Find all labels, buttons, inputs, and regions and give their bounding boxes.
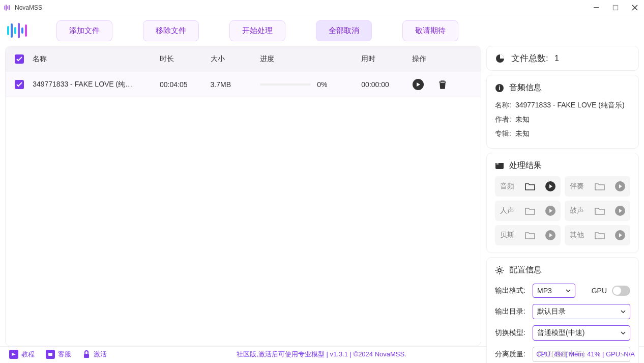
results-icon bbox=[495, 161, 504, 171]
svg-rect-13 bbox=[84, 354, 89, 358]
side-panel: 文件总数: 1 i 音频信息 名称:349771833 - FAKE LOVE … bbox=[486, 46, 639, 346]
row-progress: 0% bbox=[260, 80, 361, 89]
output-dir-label: 输出目录: bbox=[495, 307, 528, 316]
config-card: 配置信息 输出格式: MP3 GPU 输出目录: 默认目录 切换模型: 普通模型… bbox=[486, 257, 639, 363]
remove-files-button[interactable]: 移除文件 bbox=[143, 20, 199, 41]
name-value: 349771833 - FAKE LOVE (纯音乐) bbox=[515, 101, 625, 110]
folder-icon[interactable] bbox=[525, 207, 535, 215]
progress-percent: 0% bbox=[317, 80, 327, 89]
row-duration: 00:04:05 bbox=[160, 80, 211, 89]
audio-info-title: 音频信息 bbox=[509, 82, 542, 93]
minimize-button[interactable] bbox=[591, 3, 601, 13]
window-controls bbox=[591, 3, 640, 13]
play-result-button[interactable] bbox=[545, 181, 555, 191]
pie-icon bbox=[495, 53, 505, 64]
tutorial-icon bbox=[9, 350, 18, 359]
author-label: 作者: bbox=[495, 115, 511, 124]
header-size: 大小 bbox=[211, 54, 260, 64]
table-row[interactable]: 349771833 - FAKE LOVE (纯… 00:04:05 3.7MB… bbox=[6, 72, 481, 97]
lock-icon bbox=[82, 350, 91, 359]
author-value: 未知 bbox=[515, 115, 530, 124]
model-select[interactable]: 普通模型(中速) bbox=[533, 325, 630, 341]
chevron-down-icon bbox=[566, 289, 571, 292]
app-logo: NovaMSS bbox=[4, 4, 42, 11]
wave-logo-large bbox=[7, 23, 27, 38]
result-cell: 其他 bbox=[565, 225, 630, 245]
output-dir-select[interactable]: 默认目录 bbox=[533, 304, 630, 319]
footer-center-text: 社区版,激活后可使用专业模型 | v1.3.1 | ©2024 NovaMSS. bbox=[118, 350, 525, 359]
results-title: 处理结果 bbox=[509, 160, 542, 171]
result-cell: 伴奏 bbox=[565, 176, 630, 197]
toolbar: 添加文件 移除文件 开始处理 全部取消 敬请期待 bbox=[0, 15, 644, 46]
play-button[interactable] bbox=[412, 78, 424, 91]
coming-soon-button[interactable]: 敬请期待 bbox=[402, 20, 458, 41]
start-process-button[interactable]: 开始处理 bbox=[229, 20, 285, 41]
info-icon: i bbox=[495, 83, 504, 93]
svg-text:i: i bbox=[499, 85, 500, 92]
chevron-down-icon bbox=[621, 310, 626, 313]
header-name: 名称 bbox=[33, 54, 160, 64]
svg-rect-10 bbox=[496, 163, 499, 164]
result-cell: 贝斯 bbox=[495, 225, 561, 245]
svg-rect-1 bbox=[613, 5, 618, 10]
header-progress: 进度 bbox=[260, 54, 361, 64]
results-card: 处理结果 音频 伴奏 人声 鼓声 贝斯 bbox=[486, 153, 639, 253]
folder-icon[interactable] bbox=[595, 207, 605, 215]
file-panel: 名称 时长 大小 进度 用时 操作 349771833 - FAKE LOVE … bbox=[5, 46, 481, 346]
system-stats: CPU: 4% | Mem: 41% | GPU: N/A bbox=[536, 350, 635, 358]
album-value: 未知 bbox=[515, 129, 530, 138]
play-result-button[interactable] bbox=[615, 206, 625, 216]
svg-rect-12 bbox=[48, 353, 52, 356]
header-ops: 操作 bbox=[412, 54, 472, 64]
table-header: 名称 时长 大小 进度 用时 操作 bbox=[6, 46, 481, 72]
result-cell: 人声 bbox=[495, 201, 561, 221]
activate-link[interactable]: 激活 bbox=[82, 350, 107, 359]
cancel-all-button[interactable]: 全部取消 bbox=[316, 20, 372, 41]
row-size: 3.7MB bbox=[211, 80, 260, 89]
file-count-card: 文件总数: 1 bbox=[486, 46, 639, 71]
album-label: 专辑: bbox=[495, 129, 511, 138]
delete-button[interactable] bbox=[436, 78, 449, 91]
chevron-down-icon bbox=[621, 331, 626, 334]
wave-icon bbox=[4, 5, 10, 11]
titlebar: NovaMSS bbox=[0, 0, 644, 15]
app-title: NovaMSS bbox=[15, 4, 42, 11]
config-title: 配置信息 bbox=[509, 265, 542, 275]
file-count-value: 1 bbox=[554, 53, 559, 64]
row-checkbox[interactable] bbox=[15, 80, 24, 89]
header-duration: 时长 bbox=[160, 54, 211, 64]
folder-icon[interactable] bbox=[525, 182, 535, 190]
gpu-toggle[interactable] bbox=[612, 286, 630, 296]
gpu-label: GPU bbox=[592, 287, 607, 295]
output-format-label: 输出格式: bbox=[495, 286, 528, 295]
add-files-button[interactable]: 添加文件 bbox=[56, 20, 112, 41]
row-name: 349771833 - FAKE LOVE (纯… bbox=[33, 80, 160, 89]
header-time: 用时 bbox=[361, 54, 412, 64]
result-cell: 鼓声 bbox=[565, 201, 630, 221]
svg-point-11 bbox=[498, 269, 501, 272]
folder-icon[interactable] bbox=[525, 231, 535, 239]
model-label: 切换模型: bbox=[495, 328, 528, 338]
result-cell: 音频 bbox=[495, 176, 561, 197]
output-format-select[interactable]: MP3 bbox=[533, 284, 575, 298]
close-button[interactable] bbox=[630, 3, 640, 13]
play-result-button[interactable] bbox=[615, 181, 625, 191]
tutorial-link[interactable]: 教程 bbox=[9, 350, 35, 359]
result-label: 其他 bbox=[570, 231, 584, 240]
result-label: 鼓声 bbox=[570, 206, 584, 215]
play-result-button[interactable] bbox=[615, 230, 625, 240]
file-count-label: 文件总数: bbox=[511, 52, 548, 64]
folder-icon[interactable] bbox=[595, 182, 605, 190]
progress-bar bbox=[260, 83, 311, 86]
gear-icon bbox=[495, 266, 504, 275]
play-result-button[interactable] bbox=[545, 206, 555, 216]
support-link[interactable]: 客服 bbox=[46, 350, 71, 359]
folder-icon[interactable] bbox=[595, 231, 605, 239]
maximize-button[interactable] bbox=[610, 3, 621, 13]
play-result-button[interactable] bbox=[545, 230, 555, 240]
name-label: 名称: bbox=[495, 101, 511, 110]
result-label: 音频 bbox=[500, 182, 514, 191]
result-label: 人声 bbox=[500, 206, 514, 215]
select-all-checkbox[interactable] bbox=[15, 54, 24, 64]
result-label: 伴奏 bbox=[570, 182, 584, 191]
